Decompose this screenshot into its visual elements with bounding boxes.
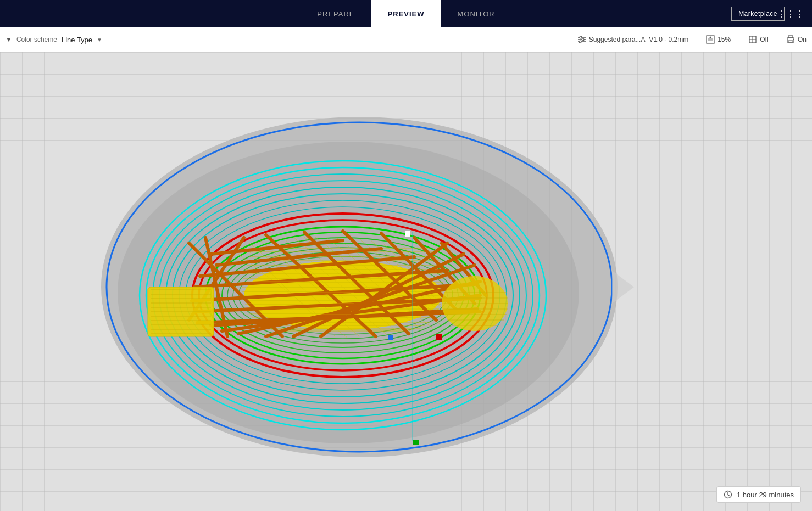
svg-line-133 — [728, 495, 730, 496]
estimate-badge: 1 hour 29 minutes — [716, 486, 801, 503]
svg-point-16 — [793, 39, 794, 40]
svg-rect-108 — [413, 440, 419, 445]
clock-icon — [724, 490, 732, 499]
grid-icon[interactable]: ⋮⋮⋮ — [777, 9, 804, 19]
infill-value: 15% — [718, 36, 731, 43]
nav-tabs: PREPARE PREVIEW MONITOR — [301, 0, 511, 27]
estimate-label: 1 hour 29 minutes — [737, 491, 794, 499]
svg-point-5 — [579, 41, 581, 43]
svg-rect-105 — [405, 231, 410, 237]
param-label: Suggested para...A_V1.0 - 0.2mm — [589, 36, 688, 43]
infill-icon — [705, 35, 715, 44]
params-button[interactable]: Suggested para...A_V1.0 - 0.2mm — [577, 35, 688, 44]
support-label: Off — [760, 36, 769, 43]
infill-button[interactable]: 15% — [705, 35, 731, 44]
svg-rect-15 — [788, 41, 793, 42]
separator-3 — [777, 33, 777, 47]
color-scheme-label: Color scheme — [16, 36, 57, 43]
color-scheme-value: Line Type — [62, 36, 92, 44]
top-navigation: PREPARE PREVIEW MONITOR Marketplace ⋮⋮⋮ — [0, 0, 812, 27]
separator-1 — [697, 33, 697, 47]
toolbar-left: ▼ Color scheme Line Type ▼ — [5, 36, 571, 44]
support-toggle[interactable]: Off — [748, 35, 769, 44]
params-icon — [577, 35, 587, 44]
canvas-area[interactable]: 1 hour 29 minutes — [0, 52, 812, 511]
svg-marker-19 — [612, 271, 634, 304]
svg-rect-106 — [388, 335, 393, 340]
svg-point-4 — [582, 38, 584, 41]
support-icon — [748, 35, 758, 44]
print-preview — [74, 84, 678, 479]
svg-point-3 — [580, 36, 582, 38]
color-scheme-chevron[interactable]: ▼ — [97, 37, 102, 43]
svg-rect-107 — [436, 334, 442, 340]
svg-point-9 — [710, 37, 711, 38]
print-icon — [786, 35, 796, 44]
toolbar: ▼ Color scheme Line Type ▼ Suggested par… — [0, 27, 812, 52]
marketplace-button[interactable]: Marketplace — [731, 7, 785, 21]
print-label: On — [798, 36, 807, 43]
toolbar-right: Suggested para...A_V1.0 - 0.2mm 15% Off — [577, 33, 807, 47]
tab-monitor[interactable]: MONITOR — [441, 0, 511, 27]
separator-2 — [739, 33, 739, 47]
tab-preview[interactable]: PREVIEW — [371, 0, 441, 27]
collapse-chevron[interactable]: ▼ — [5, 36, 12, 43]
tab-prepare[interactable]: PREPARE — [301, 0, 371, 27]
print-toggle[interactable]: On — [786, 35, 807, 44]
svg-rect-14 — [788, 36, 793, 38]
